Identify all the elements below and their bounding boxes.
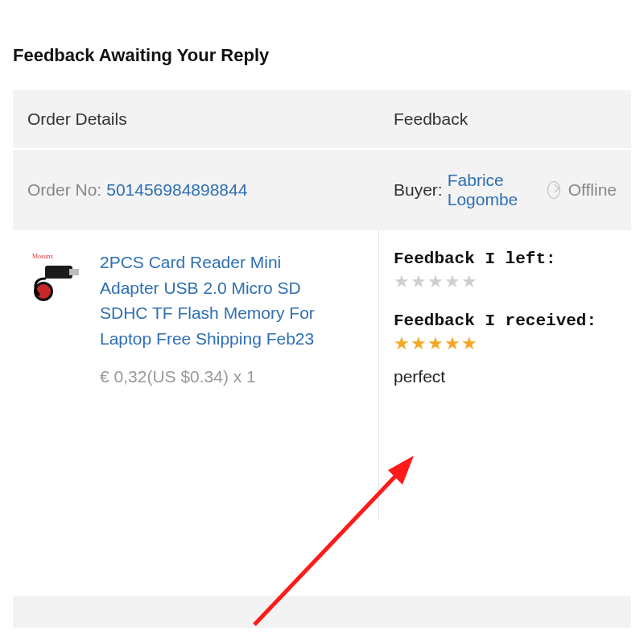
- status-clock-icon: [547, 181, 560, 199]
- feedback-received-text: perfect: [394, 367, 617, 386]
- product-brand: Mosunx: [32, 253, 53, 260]
- star-icon: ★: [411, 273, 427, 291]
- table-header-row: Order Details Feedback: [13, 90, 631, 150]
- product-price: € 0,32(US $0.34) x 1: [100, 367, 325, 386]
- spacer: [13, 568, 631, 596]
- feedback-received-block: Feedback I received: ★ ★ ★ ★ ★ perfect: [394, 312, 617, 386]
- footer-bar: [13, 596, 631, 628]
- col-header-feedback: Feedback: [379, 90, 631, 148]
- star-icon: ★: [394, 335, 410, 353]
- order-details-cell: Mosunx 2PCS Card Reader Mini Adapter USB…: [13, 230, 379, 520]
- star-icon: ★: [461, 335, 477, 353]
- buyer-status: Offline: [568, 180, 617, 200]
- star-icon: ★: [427, 335, 444, 353]
- feedback-left-stars[interactable]: ★ ★ ★ ★ ★: [394, 273, 617, 291]
- product-thumbnail[interactable]: Mosunx: [27, 250, 89, 311]
- star-icon: ★: [411, 335, 427, 353]
- feedback-received-label: Feedback I received:: [394, 312, 617, 330]
- page-title: Feedback Awaiting Your Reply: [13, 45, 631, 66]
- svg-rect-0: [45, 266, 72, 279]
- feedback-left-label: Feedback I left:: [394, 250, 617, 268]
- star-icon: ★: [444, 335, 460, 353]
- order-no-link[interactable]: 501456984898844: [106, 180, 247, 200]
- star-icon: ★: [427, 273, 444, 291]
- order-meta-row: Order No: 501456984898844 Buyer: Fabrice…: [13, 150, 631, 230]
- star-icon: ★: [461, 273, 477, 291]
- feedback-left-block: Feedback I left: ★ ★ ★ ★ ★: [394, 250, 617, 291]
- buyer-name-link[interactable]: Fabrice Logombe: [448, 171, 539, 209]
- star-icon: ★: [444, 273, 460, 291]
- star-icon: ★: [394, 273, 410, 291]
- buyer-label: Buyer:: [394, 180, 443, 200]
- order-number: Order No: 501456984898844: [13, 150, 379, 230]
- body-row: Mosunx 2PCS Card Reader Mini Adapter USB…: [13, 230, 631, 520]
- feedback-received-stars: ★ ★ ★ ★ ★: [394, 335, 617, 353]
- product-title-link[interactable]: 2PCS Card Reader Mini Adapter USB 2.0 Mi…: [100, 250, 325, 351]
- buyer-cell: Buyer: Fabrice Logombe Offline: [379, 150, 631, 230]
- product-info: 2PCS Card Reader Mini Adapter USB 2.0 Mi…: [100, 250, 325, 480]
- svg-rect-1: [69, 269, 79, 275]
- feedback-cell: Feedback I left: ★ ★ ★ ★ ★ Feedback I re…: [379, 230, 631, 520]
- order-no-label: Order No:: [27, 180, 101, 200]
- col-header-order-details: Order Details: [13, 90, 379, 148]
- svg-point-3: [36, 284, 51, 299]
